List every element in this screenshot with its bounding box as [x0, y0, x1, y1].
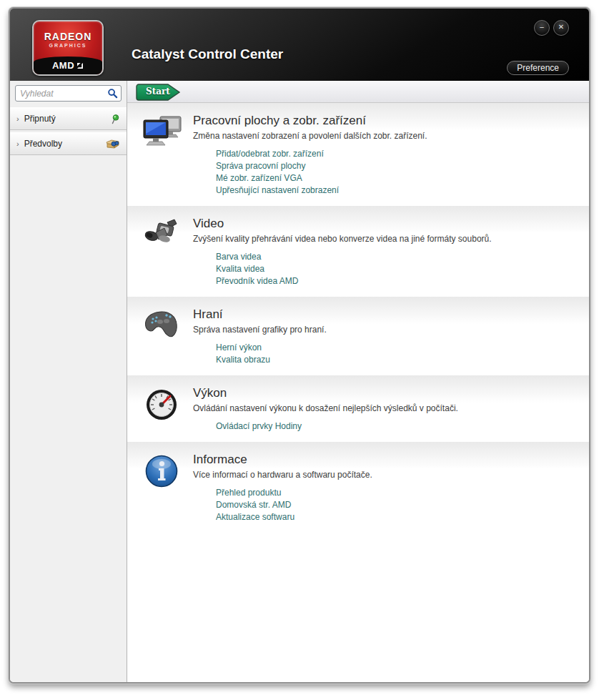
sidebar-item-presets[interactable]: › Předvolby [10, 132, 127, 155]
sidebar-item-pinned[interactable]: › Připnutý [10, 107, 127, 130]
radeon-graphics-logo: RADEON GRAPHICS AMD [32, 20, 104, 76]
sidebar-item-label: Připnutý [24, 114, 110, 124]
link-clock-controls[interactable]: Ovládací prvky Hodiny [216, 420, 575, 433]
link-desktop-management[interactable]: Správa pracovní plochy [216, 160, 575, 172]
section-description: Správa nastavení grafiky pro hraní. [193, 325, 575, 335]
section-title: Pracovní plochy a zobr. zařízení [193, 114, 575, 128]
main-panel: Start [127, 81, 589, 682]
search-icon[interactable] [107, 88, 118, 99]
logo-radeon-text: RADEON [34, 31, 102, 42]
section-description: Více informací o hardwaru a softwaru poč… [193, 470, 575, 480]
presets-icon [105, 138, 120, 149]
logo-graphics-text: GRAPHICS [34, 43, 102, 48]
close-button[interactable]: ✕ [553, 20, 569, 36]
section-description: Zvýšení kvality přehrávání videa nebo ko… [193, 234, 575, 244]
tab-bar: Start [127, 81, 589, 103]
chevron-right-icon: › [16, 114, 19, 123]
section-gaming: Hraní Správa nastavení grafiky pro hraní… [127, 297, 589, 375]
section-title: Hraní [193, 307, 575, 322]
link-product-overview[interactable]: Přehled produktu [216, 487, 575, 499]
tab-start[interactable]: Start [136, 84, 182, 101]
amd-logo: AMD [34, 56, 102, 74]
link-amd-video-converter[interactable]: Převodník videa AMD [216, 275, 575, 287]
section-title: Video [193, 217, 575, 231]
sidebar: › Připnutý › Předvolby [10, 81, 127, 682]
link-amd-homepage[interactable]: Domovská str. AMD [216, 499, 575, 511]
preference-button[interactable]: Preference [507, 61, 569, 75]
search-input[interactable] [15, 85, 122, 102]
section-description: Ovládání nastavení výkonu k dosažení nej… [193, 403, 575, 413]
link-my-vga-displays[interactable]: Mé zobr. zařízení VGA [216, 172, 575, 184]
section-title: Výkon [193, 386, 575, 400]
section-video: Video Zvýšení kvality přehrávání videa n… [127, 206, 589, 297]
monitors-icon [143, 115, 183, 149]
sidebar-item-label: Předvolby [24, 139, 105, 149]
section-performance: Výkon Ovládání nastavení výkonu k dosaže… [127, 375, 589, 442]
link-image-quality[interactable]: Kvalita obrazu [216, 354, 575, 366]
app-window: RADEON GRAPHICS AMD Catalyst Control Cen… [9, 7, 590, 684]
amd-logo-text: AMD [52, 60, 74, 71]
section-information: Informace Více informací o hardwaru a so… [127, 442, 589, 533]
chevron-right-icon: › [16, 139, 19, 148]
link-add-remove-displays[interactable]: Přidat/odebrat zobr. zařízení [216, 148, 575, 160]
gauge-icon [143, 388, 183, 422]
start-tab-label: Start [146, 87, 170, 97]
minimize-button[interactable]: – [534, 20, 550, 36]
link-software-update[interactable]: Aktualizace softwaru [216, 511, 575, 523]
section-description: Změna nastavení zobrazení a povolení dal… [193, 131, 575, 141]
home-content: Pracovní plochy a zobr. zařízení Změna n… [127, 103, 589, 682]
link-gaming-performance[interactable]: Herní výkon [216, 342, 575, 354]
pin-icon [110, 114, 120, 124]
link-video-color[interactable]: Barva videa [216, 251, 575, 263]
video-camera-icon [143, 218, 183, 252]
page-title: Catalyst Control Center [132, 46, 283, 62]
section-desktops-displays: Pracovní plochy a zobr. zařízení Změna n… [127, 103, 589, 206]
section-title: Informace [193, 453, 575, 467]
info-icon [143, 454, 183, 488]
link-video-quality[interactable]: Kvalita videa [216, 263, 575, 275]
amd-arrow-icon [76, 62, 84, 69]
title-bar: RADEON GRAPHICS AMD Catalyst Control Cen… [10, 9, 589, 81]
gamepad-icon [143, 309, 183, 343]
link-advanced-display-settings[interactable]: Upřesňující nastavení zobrazení [216, 184, 575, 197]
